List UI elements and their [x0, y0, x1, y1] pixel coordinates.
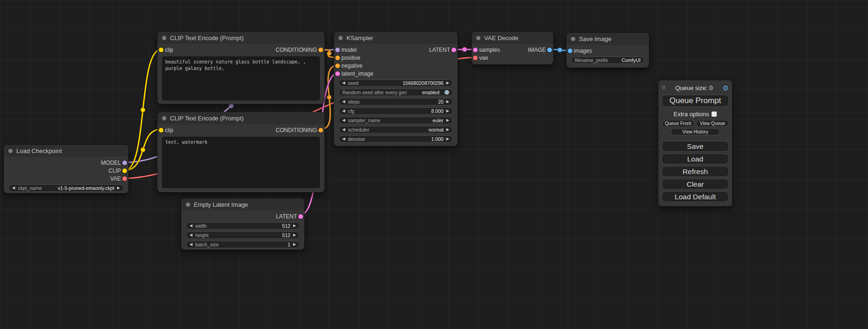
- node-graph-canvas[interactable]: Load Checkpoint MODEL CLIP VAE ◀ ckpt_na…: [0, 0, 868, 329]
- increment-arrow-icon[interactable]: ▶: [293, 224, 296, 228]
- output-slot-conditioning[interactable]: [318, 48, 323, 52]
- collapse-dot-icon[interactable]: [8, 149, 13, 153]
- node-ksampler[interactable]: KSampler model LATENT positive negative …: [334, 32, 458, 146]
- settings-gear-icon[interactable]: ⚙: [723, 84, 729, 91]
- increment-arrow-icon[interactable]: ▶: [293, 233, 296, 237]
- collapse-dot-icon[interactable]: [571, 37, 575, 41]
- widget-seed[interactable]: ◀ seed 156680208700286 ▶: [339, 79, 453, 87]
- collapse-dot-icon[interactable]: [162, 116, 166, 120]
- widget-label: Random seed after every gen: [342, 90, 407, 95]
- output-slot-latent[interactable]: [452, 48, 456, 52]
- drag-handle-icon[interactable]: ⠿: [662, 85, 665, 91]
- save-button[interactable]: Save: [662, 141, 729, 152]
- output-slot-latent[interactable]: [298, 214, 303, 219]
- widget-cfg[interactable]: ◀ cfg 8.000 ▶: [339, 107, 453, 115]
- node-titlebar[interactable]: Load Checkpoint: [4, 145, 128, 157]
- combo-right-arrow-icon[interactable]: ▶: [446, 128, 449, 132]
- widget-random-seed[interactable]: Random seed after every gen enabled: [339, 89, 453, 96]
- collapse-dot-icon[interactable]: [186, 203, 190, 207]
- widget-steps[interactable]: ◀ steps 20 ▶: [339, 98, 453, 105]
- input-slot-vae[interactable]: [473, 56, 478, 60]
- decrement-arrow-icon[interactable]: ◀: [342, 81, 345, 85]
- refresh-button[interactable]: Refresh: [662, 166, 729, 177]
- decrement-arrow-icon[interactable]: ◀: [190, 233, 192, 237]
- queue-front-button[interactable]: Queue Front: [662, 120, 694, 127]
- widget-value: 156680208700286: [402, 80, 444, 86]
- prompt-textarea[interactable]: beautiful scenery nature glass bottle la…: [162, 56, 320, 100]
- collapse-dot-icon[interactable]: [339, 36, 343, 40]
- decrement-arrow-icon[interactable]: ◀: [342, 100, 345, 104]
- widget-batch-size[interactable]: ◀ batch_size 1 ▶: [186, 241, 300, 248]
- widget-value: 1: [288, 242, 290, 247]
- combo-right-arrow-icon[interactable]: ▶: [117, 186, 120, 190]
- combo-right-arrow-icon[interactable]: ▶: [446, 119, 449, 122]
- node-title: VAE Decode: [484, 35, 518, 42]
- node-clip-text-encode-positive[interactable]: CLIP Text Encode (Prompt) clip CONDITION…: [157, 32, 325, 104]
- widget-value: euler: [432, 118, 443, 123]
- widget-label: height: [195, 232, 209, 238]
- input-slot-images[interactable]: [568, 49, 572, 53]
- widget-scheduler[interactable]: ◀ scheduler normal ▶: [339, 126, 453, 133]
- input-slot-clip[interactable]: [159, 128, 163, 133]
- view-history-button[interactable]: View History: [670, 128, 720, 135]
- combo-left-arrow-icon[interactable]: ◀: [342, 128, 345, 132]
- node-load-checkpoint[interactable]: Load Checkpoint MODEL CLIP VAE ◀ ckpt_na…: [4, 145, 128, 193]
- node-title: CLIP Text Encode (Prompt): [170, 115, 244, 122]
- clear-button[interactable]: Clear: [662, 179, 729, 189]
- node-vae-decode[interactable]: VAE Decode samples IMAGE vae: [472, 32, 553, 64]
- node-title: Save Image: [579, 35, 611, 42]
- node-titlebar[interactable]: CLIP Text Encode (Prompt): [157, 32, 325, 44]
- boolean-toggle[interactable]: [445, 90, 449, 95]
- output-label-conditioning: CONDITIONING: [275, 127, 317, 133]
- widget-label: sampler_name: [348, 118, 380, 123]
- increment-arrow-icon[interactable]: ▶: [293, 243, 296, 246]
- input-slot-positive[interactable]: [335, 56, 340, 60]
- widget-height[interactable]: ◀ height 512 ▶: [186, 231, 300, 239]
- node-save-image[interactable]: Save Image images filename_prefix ComfyU…: [566, 33, 649, 68]
- output-slot-vae[interactable]: [122, 176, 127, 181]
- widget-ckpt-name[interactable]: ◀ ckpt_name v1-5-pruned-emaonly.ckpt ▶: [8, 184, 124, 192]
- node-titlebar[interactable]: KSampler: [334, 32, 458, 44]
- node-titlebar[interactable]: VAE Decode: [472, 32, 553, 44]
- widget-filename-prefix[interactable]: filename_prefix ComfyUI: [571, 56, 644, 64]
- increment-arrow-icon[interactable]: ▶: [446, 137, 449, 141]
- extra-options-checkbox[interactable]: [712, 112, 717, 117]
- load-button[interactable]: Load: [662, 154, 729, 164]
- input-slot-clip[interactable]: [159, 48, 163, 52]
- output-slot-clip[interactable]: [122, 168, 127, 173]
- increment-arrow-icon[interactable]: ▶: [446, 100, 449, 104]
- widget-width[interactable]: ◀ width 512 ▶: [186, 222, 300, 230]
- widget-value: 1.000: [431, 136, 444, 142]
- decrement-arrow-icon[interactable]: ◀: [190, 224, 192, 228]
- decrement-arrow-icon[interactable]: ◀: [342, 109, 345, 113]
- prompt-textarea[interactable]: text, watermark: [162, 137, 320, 188]
- node-empty-latent-image[interactable]: Empty Latent Image LATENT ◀ width 512 ▶ …: [181, 198, 304, 250]
- load-default-button[interactable]: Load Default: [662, 191, 729, 202]
- output-slot-model[interactable]: [122, 161, 127, 165]
- decrement-arrow-icon[interactable]: ◀: [342, 137, 345, 141]
- combo-left-arrow-icon[interactable]: ◀: [12, 186, 15, 190]
- queue-panel[interactable]: ⠿ Queue size: 0 ⚙ Queue Prompt Extra opt…: [658, 80, 732, 206]
- collapse-dot-icon[interactable]: [476, 36, 480, 40]
- node-titlebar[interactable]: Empty Latent Image: [181, 198, 304, 210]
- input-slot-samples[interactable]: [473, 48, 478, 52]
- combo-left-arrow-icon[interactable]: ◀: [342, 119, 345, 122]
- decrement-arrow-icon[interactable]: ◀: [190, 243, 192, 246]
- node-titlebar[interactable]: CLIP Text Encode (Prompt): [157, 112, 325, 124]
- output-slot-image[interactable]: [547, 48, 552, 52]
- input-slot-negative[interactable]: [335, 63, 340, 68]
- node-clip-text-encode-negative[interactable]: CLIP Text Encode (Prompt) clip CONDITION…: [157, 112, 325, 192]
- increment-arrow-icon[interactable]: ▶: [446, 109, 449, 113]
- increment-arrow-icon[interactable]: ▶: [446, 81, 449, 85]
- widget-value: 8.000: [431, 108, 444, 114]
- view-queue-button[interactable]: View Queue: [696, 120, 729, 127]
- input-slot-model[interactable]: [335, 48, 340, 52]
- input-slot-latent-image[interactable]: [335, 71, 340, 76]
- widget-sampler-name[interactable]: ◀ sampler_name euler ▶: [339, 117, 453, 124]
- collapse-dot-icon[interactable]: [162, 36, 166, 40]
- output-label-latent: LATENT: [276, 213, 297, 220]
- widget-denoise[interactable]: ◀ denoise 1.000 ▶: [339, 135, 453, 143]
- queue-prompt-button[interactable]: Queue Prompt: [662, 95, 729, 107]
- node-titlebar[interactable]: Save Image: [566, 33, 649, 45]
- output-slot-conditioning[interactable]: [318, 128, 323, 133]
